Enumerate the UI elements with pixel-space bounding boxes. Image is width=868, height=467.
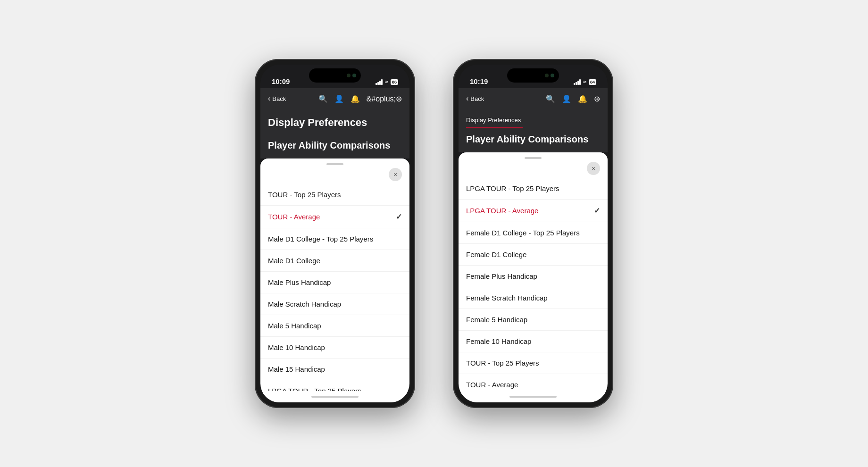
menu-item-label: Female 5 Handicap	[466, 316, 527, 324]
menu-item[interactable]: Male 15 Handicap	[260, 359, 409, 380]
menu-item[interactable]: Male 10 Handicap	[260, 337, 409, 359]
di-camera-1	[347, 74, 351, 77]
section-header-2: Player Ability Comparisons	[459, 128, 608, 152]
menu-item-label: Female Scratch Handicap	[466, 294, 548, 302]
page-header-1: Display Preferences	[260, 109, 409, 134]
menu-item-label: Male Scratch Handicap	[268, 300, 341, 308]
menu-item[interactable]: TOUR - Top 25 Players	[459, 352, 608, 374]
section-title-1: Player Ability Comparisons	[268, 140, 402, 151]
bar-1	[376, 83, 377, 85]
menu-item-label: LPGA TOUR - Average	[466, 207, 538, 215]
bar2-3	[577, 81, 579, 85]
phone-2: 10:19 ≈ 84 ‹ Back 🔍 👤 🔔	[453, 59, 613, 408]
di-camera-2	[545, 74, 549, 77]
menu-item-label: Male 5 Handicap	[268, 322, 321, 330]
menu-item[interactable]: Female 10 Handicap	[459, 331, 608, 352]
bar-4	[381, 79, 383, 85]
menu-item-label: Female D1 College - Top 25 Players	[466, 229, 580, 237]
menu-item-label: Male Plus Handicap	[268, 278, 331, 286]
battery-2: 84	[589, 79, 596, 85]
menu-item[interactable]: Female 5 Handicap	[459, 309, 608, 331]
dynamic-island-2	[507, 68, 559, 83]
menu-item[interactable]: Female Plus Handicap	[459, 266, 608, 287]
menu-item[interactable]: TOUR - Average	[459, 374, 608, 391]
section-header-1: Player Ability Comparisons	[260, 134, 409, 158]
search-icon-2[interactable]: 🔍	[546, 94, 555, 103]
home-indicator-1	[260, 391, 409, 402]
menu-item-label: Female 10 Handicap	[466, 337, 531, 345]
phone-1-screen: 10:09 ≈ 86 ‹ Back 🔍 👤 🔔	[260, 65, 409, 402]
back-arrow-2: ‹	[466, 94, 468, 103]
wifi-icon-1: ≈	[385, 78, 388, 85]
bar2-2	[576, 82, 577, 85]
plus-icon-2[interactable]: ⊕	[594, 94, 600, 103]
dynamic-island-1	[309, 68, 361, 83]
checkmark-icon: ✓	[396, 212, 402, 221]
menu-item[interactable]: LPGA TOUR - Top 25 Players	[260, 380, 409, 391]
menu-item[interactable]: LPGA TOUR - Average✓	[459, 200, 608, 222]
status-time-2: 10:19	[470, 77, 488, 85]
back-button-2[interactable]: ‹ Back	[466, 94, 484, 103]
menu-item[interactable]: Female Scratch Handicap	[459, 287, 608, 309]
sheet-handle-1	[326, 163, 343, 165]
nav-bar-2: ‹ Back 🔍 👤 🔔 ⊕	[459, 88, 608, 109]
phone-2-screen: 10:19 ≈ 84 ‹ Back 🔍 👤 🔔	[459, 65, 608, 402]
signal-bars-1	[376, 79, 383, 85]
menu-item[interactable]: Female D1 College - Top 25 Players	[459, 222, 608, 244]
menu-item-label: Male D1 College	[268, 257, 320, 265]
status-time-1: 10:09	[272, 77, 290, 85]
bar2-1	[574, 83, 575, 85]
sheet-close-row-2: ×	[459, 162, 608, 178]
person-icon-1[interactable]: 👤	[334, 94, 344, 103]
checkmark-icon: ✓	[594, 206, 600, 215]
menu-item[interactable]: TOUR - Top 25 Players	[260, 184, 409, 206]
bell-icon-1[interactable]: 🔔	[351, 94, 360, 103]
bottom-sheet-1: × TOUR - Top 25 PlayersTOUR - Average✓Ma…	[260, 158, 409, 402]
person-icon-2[interactable]: 👤	[562, 94, 571, 103]
menu-item-label: TOUR - Top 25 Players	[268, 191, 341, 199]
bar2-4	[579, 79, 581, 85]
back-arrow-1: ‹	[268, 94, 270, 103]
menu-item[interactable]: Male D1 College - Top 25 Players	[260, 228, 409, 250]
menu-item[interactable]: LPGA TOUR - Top 25 Players	[459, 178, 608, 200]
sheet-close-row-1: ×	[260, 168, 409, 184]
bell-icon-2[interactable]: 🔔	[578, 94, 587, 103]
menu-item-label: Male D1 College - Top 25 Players	[268, 235, 373, 243]
menu-item-label: Male 15 Handicap	[268, 365, 325, 373]
page-header-2: Display Preferences	[459, 109, 608, 128]
bar-3	[379, 81, 381, 85]
menu-item[interactable]: Male Plus Handicap	[260, 272, 409, 293]
bottom-sheet-2: × LPGA TOUR - Top 25 PlayersLPGA TOUR - …	[459, 152, 608, 402]
menu-item-label: TOUR - Average	[268, 213, 320, 221]
close-button-2[interactable]: ×	[587, 162, 600, 175]
sheet-handle-2	[525, 157, 542, 159]
menu-list-2: LPGA TOUR - Top 25 PlayersLPGA TOUR - Av…	[459, 178, 608, 391]
menu-item[interactable]: TOUR - Average✓	[260, 206, 409, 228]
signal-bars-2	[574, 79, 581, 85]
back-button-1[interactable]: ‹ Back	[268, 94, 286, 103]
search-icon-1[interactable]: 🔍	[318, 94, 328, 103]
menu-item[interactable]: Female D1 College	[459, 244, 608, 266]
nav-icons-1: 🔍 👤 🔔 &#oplus;⊕	[318, 94, 402, 103]
sheet-handle-area-1	[260, 158, 409, 168]
status-icons-2: ≈ 84	[574, 78, 596, 85]
status-icons-1: ≈ 86	[376, 78, 398, 85]
menu-item[interactable]: Male Scratch Handicap	[260, 293, 409, 315]
menu-item-label: Female D1 College	[466, 250, 526, 259]
menu-item-label: TOUR - Top 25 Players	[466, 359, 539, 367]
menu-item[interactable]: Male 5 Handicap	[260, 315, 409, 337]
menu-item-label: Male 10 Handicap	[268, 343, 325, 351]
menu-item[interactable]: Male D1 College	[260, 250, 409, 272]
battery-1: 86	[391, 79, 398, 85]
display-prefs-tab-2[interactable]: Display Preferences	[466, 117, 600, 124]
plus-icon-1[interactable]: &#oplus;⊕	[367, 94, 402, 103]
menu-item-label: LPGA TOUR - Top 25 Players	[466, 184, 559, 192]
section-title-2: Player Ability Comparisons	[466, 134, 600, 145]
wifi-icon-2: ≈	[583, 78, 586, 85]
di-dot-2	[551, 74, 554, 77]
menu-list-1: TOUR - Top 25 PlayersTOUR - Average✓Male…	[260, 184, 409, 391]
screen-content-1: Display Preferences Player Ability Compa…	[260, 109, 409, 402]
close-button-1[interactable]: ×	[389, 168, 402, 181]
home-indicator-2	[459, 391, 608, 402]
sheet-handle-area-2	[459, 152, 608, 162]
